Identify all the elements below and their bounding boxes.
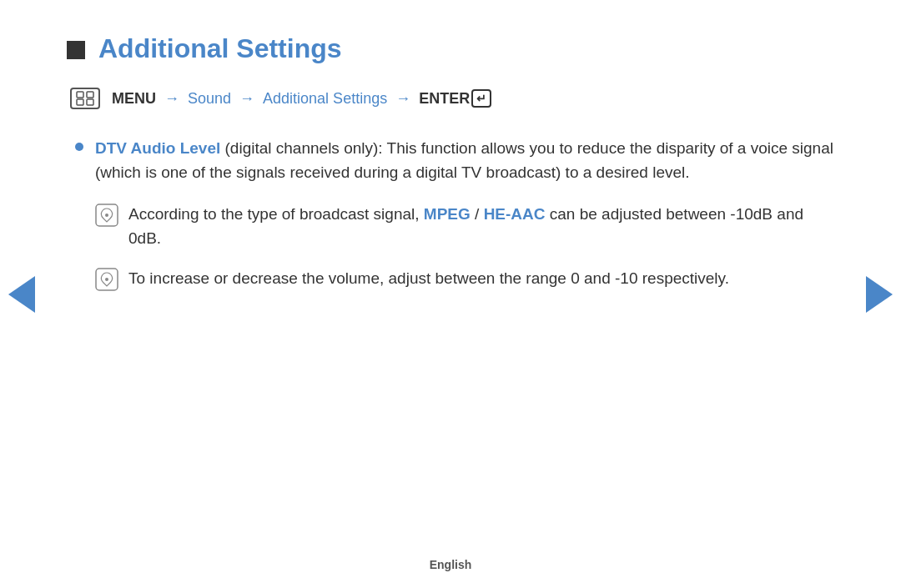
nav-left-arrow[interactable] [8,276,35,313]
breadcrumb: MENU → Sound → Additional Settings → ENT… [70,88,834,109]
note-item-2: To increase or decrease the volume, adju… [95,266,834,291]
footer: English [430,558,472,571]
language-label: English [430,558,472,571]
right-arrow-icon [866,276,893,313]
svg-rect-3 [87,99,93,105]
note-icon-2 [95,268,118,291]
note1-before: According to the type of broadcast signa… [128,205,424,223]
bullet-text: DTV Audio Level (digital channels only):… [95,136,834,185]
svg-rect-2 [77,99,83,105]
note1-mid: / [471,205,484,223]
nav-arrow-2: → [239,90,254,108]
left-arrow-icon [8,276,35,313]
svg-point-5 [105,214,108,217]
enter-label: ENTER [419,90,470,108]
nav-arrow-3: → [395,90,410,108]
page-title: Additional Settings [98,33,342,64]
dtv-audio-level-term: DTV Audio Level [95,139,220,157]
nav-arrow-1: → [164,90,179,108]
enter-icon: ↵ [471,89,491,108]
content-area: DTV Audio Level (digital channels only):… [75,136,834,291]
note1-heaac: HE-AAC [484,205,546,223]
bullet-dot [75,143,83,151]
note-icon-1 [95,204,118,227]
svg-rect-1 [87,92,93,98]
section-heading: Additional Settings [67,33,834,64]
menu-label: MENU [112,90,156,108]
bullet-item: DTV Audio Level (digital channels only):… [75,136,834,185]
note-text-2: To increase or decrease the volume, adju… [128,266,729,290]
note-item-1: According to the type of broadcast signa… [95,202,834,251]
nav-sound: Sound [188,90,231,108]
nav-additional-settings: Additional Settings [263,90,387,108]
page-container: Additional Settings MENU → Sound → Addit… [0,0,901,588]
menu-icon [70,88,100,109]
note1-mpeg: MPEG [424,205,471,223]
nav-enter: ENTER↵ [419,89,491,108]
nav-right-arrow[interactable] [866,276,893,313]
note-text-1: According to the type of broadcast signa… [128,202,834,251]
svg-rect-0 [77,92,83,98]
svg-point-7 [105,278,108,281]
section-icon [67,41,85,59]
